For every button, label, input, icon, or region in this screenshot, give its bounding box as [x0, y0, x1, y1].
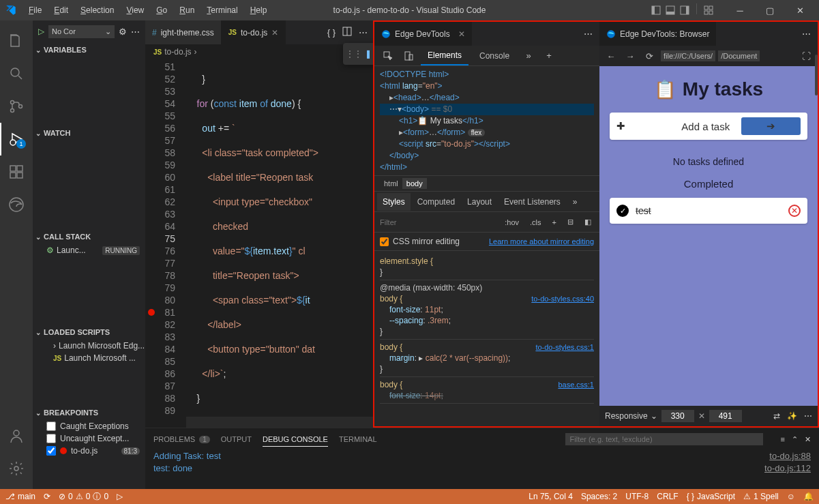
loaded-scripts-section[interactable]: ⌄LOADED SCRIPTS	[33, 325, 145, 340]
elements-tab[interactable]: Elements	[421, 46, 468, 65]
problems-tab[interactable]: PROBLEMS1	[153, 432, 210, 446]
css-source-link[interactable]: base.css:1	[558, 379, 594, 390]
breakpoint-file-item[interactable]: to-do.js81:3	[33, 445, 145, 457]
hov-button[interactable]: :hov	[502, 217, 522, 228]
crumb-body[interactable]: body	[402, 178, 427, 189]
computed-tab[interactable]: Computed	[412, 193, 460, 211]
tab-browser-preview[interactable]: Edge DevTools: Browser	[599, 22, 716, 46]
css-source-link[interactable]: to-do-styles.css:1	[535, 342, 594, 353]
more-icon[interactable]: ⋯	[131, 27, 140, 37]
console-source-link[interactable]: to-do.js:88	[769, 450, 811, 462]
close-panel-icon[interactable]: ✕	[805, 435, 811, 444]
menu-run[interactable]: Run	[174, 3, 200, 18]
maximize-button[interactable]: ▢	[756, 0, 784, 20]
caught-exceptions-checkbox[interactable]: Caught Exceptions	[33, 420, 145, 432]
errors-status[interactable]: ⊘ 0 ⚠ 0 ⓘ 0	[59, 491, 108, 503]
wand-icon[interactable]: ✨	[787, 411, 797, 421]
encoding-status[interactable]: UTF-8	[625, 492, 649, 501]
more-styles-icon[interactable]: ◧	[582, 216, 594, 228]
menu-help[interactable]: Help	[245, 3, 273, 18]
menu-edit[interactable]: Edit	[48, 3, 74, 18]
css-rules[interactable]: element.style {} @media (max-width: 450p…	[374, 251, 599, 426]
inspect-icon[interactable]	[380, 48, 396, 64]
tab-css[interactable]: #ight-theme.css	[145, 20, 222, 44]
customize-layout-icon[interactable]	[702, 3, 715, 17]
close-tab-icon[interactable]: ✕	[271, 28, 278, 38]
cursor-position[interactable]: Ln 75, Col 4	[528, 492, 573, 501]
edge-icon[interactable]	[0, 188, 33, 221]
menu-file[interactable]: File	[23, 3, 47, 18]
language-status[interactable]: { } JavaScript	[687, 492, 735, 501]
settings-icon[interactable]	[0, 452, 33, 485]
layout-bottom-icon[interactable]	[664, 3, 677, 17]
css-mirror-checkbox[interactable]	[380, 237, 389, 246]
gear-icon[interactable]: ⚙	[119, 27, 127, 37]
variables-section[interactable]: ⌄VARIABLES	[33, 42, 145, 57]
spaces-status[interactable]: Spaces: 2	[581, 492, 617, 501]
loaded-script-item[interactable]: JSLaunch Microsoft ...	[33, 352, 145, 364]
more-actions-icon[interactable]: ⋯	[359, 27, 368, 38]
code-editor[interactable]: 5152535455565758596061626364757677787980…	[145, 59, 373, 428]
device-icon[interactable]	[400, 48, 417, 64]
braces-icon[interactable]: { }	[327, 27, 336, 38]
submit-task-button[interactable]: ➔	[741, 117, 801, 135]
account-icon[interactable]	[0, 419, 33, 452]
close-icon[interactable]: ✕	[458, 29, 465, 39]
css-source-link[interactable]: to-do-styles.css:40	[531, 293, 594, 304]
spell-status[interactable]: ⚠ 1 Spell	[743, 492, 779, 501]
dom-tree[interactable]: <!DOCTYPE html> <html lang="en"> ▸<head>…	[374, 66, 599, 175]
computed-icon[interactable]: ⊟	[565, 216, 576, 228]
uncaught-exceptions-checkbox[interactable]: Uncaught Except...	[33, 432, 145, 445]
branch-status[interactable]: ⎇ main	[5, 492, 35, 501]
delete-task-button[interactable]: ✕	[788, 205, 801, 217]
screencast-icon[interactable]: ⛶	[799, 48, 814, 63]
crumb-html[interactable]: html	[380, 178, 402, 189]
forward-button[interactable]: →	[623, 48, 638, 63]
more-tabs-icon[interactable]: »	[520, 48, 537, 64]
add-task-input[interactable]: Add a task	[681, 121, 741, 132]
filter-icon[interactable]: ≡	[781, 435, 785, 444]
responsive-dropdown[interactable]: Responsive⌄	[605, 411, 657, 421]
tab-devtools[interactable]: Edge DevTools✕	[374, 22, 472, 46]
run-debug-icon[interactable]: 1	[0, 123, 33, 155]
menu-view[interactable]: View	[121, 3, 149, 18]
reload-button[interactable]: ⟳	[642, 48, 657, 63]
close-button[interactable]: ✕	[786, 0, 814, 20]
event-listeners-tab[interactable]: Event Listeners	[498, 193, 566, 211]
styles-filter-input[interactable]	[380, 218, 496, 226]
add-tab-icon[interactable]: +	[541, 48, 557, 64]
pause-button[interactable]: ❚❚	[363, 46, 373, 62]
extensions-icon[interactable]	[0, 155, 33, 188]
menu-selection[interactable]: Selection	[75, 3, 119, 18]
source-control-icon[interactable]	[0, 90, 33, 123]
terminal-tab[interactable]: TERMINAL	[339, 432, 377, 446]
new-rule-icon[interactable]: +	[550, 217, 559, 228]
breadcrumb[interactable]: JSto-do.js› ⋮⋮ ❚❚ ↷ ↓ ↑ ↻ ■ ↗	[145, 44, 373, 59]
debug-active-status[interactable]: ▷	[117, 492, 123, 501]
console-tab[interactable]: Console	[473, 47, 516, 65]
debug-console-tab[interactable]: DEBUG CONSOLE	[263, 432, 328, 447]
layout-left-icon[interactable]	[649, 3, 663, 17]
styles-tab[interactable]: Styles	[377, 193, 411, 211]
chevron-up-icon[interactable]: ⌃	[792, 435, 798, 444]
sync-status[interactable]: ⟳	[44, 492, 50, 501]
url-bar[interactable]: file:///C:/Users//Document	[661, 50, 794, 61]
debug-console-output[interactable]: Adding Task: testto-do.js:88 test: donet…	[145, 450, 819, 489]
callstack-item[interactable]: ⚙Launc... RUNNING	[33, 244, 145, 256]
split-editor-icon[interactable]	[342, 27, 352, 38]
watch-section[interactable]: ⌄WATCH	[33, 125, 145, 140]
more-icon[interactable]: ⋯	[795, 22, 818, 46]
layout-tab[interactable]: Layout	[462, 193, 497, 211]
rotate-icon[interactable]: ⇄	[773, 411, 780, 421]
height-input[interactable]	[709, 410, 742, 422]
more-styles-tabs-icon[interactable]: »	[567, 193, 583, 211]
explorer-icon[interactable]	[0, 25, 33, 57]
tab-js[interactable]: JSto-do.js✕	[222, 20, 286, 44]
console-source-link[interactable]: to-do.js:112	[764, 462, 811, 475]
feedback-icon[interactable]: ☺	[787, 492, 795, 501]
notifications-icon[interactable]: 🔔	[803, 492, 814, 501]
check-icon[interactable]: ✓	[616, 205, 629, 217]
launch-config-dropdown[interactable]: No Cor⌄	[48, 25, 115, 38]
menu-terminal[interactable]: Terminal	[201, 3, 243, 18]
callstack-section[interactable]: ⌄CALL STACK	[33, 229, 145, 244]
